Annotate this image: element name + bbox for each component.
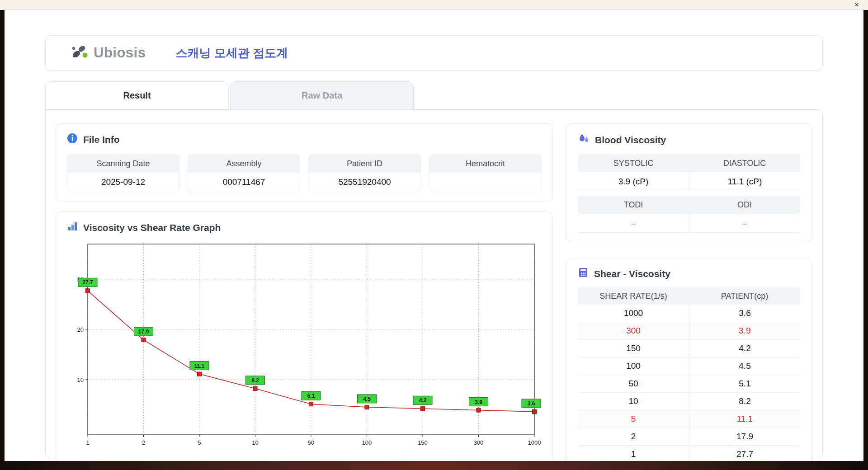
patient-viscosity-cell: 17.9 xyxy=(689,428,800,445)
svg-text:50: 50 xyxy=(308,439,314,446)
shear-rate-cell: 1000 xyxy=(578,305,689,322)
bv-value-row: 3.9 (cP) 11.1 (cP) xyxy=(578,172,800,191)
svg-text:27.7: 27.7 xyxy=(82,279,93,286)
bv-group: TODI ODI – – xyxy=(578,196,800,233)
shear-rate-cell: 150 xyxy=(578,340,689,357)
patient-viscosity-cell: 3.6 xyxy=(689,305,800,322)
tab-result[interactable]: Result xyxy=(45,81,229,109)
brand-logo: Ubiosis xyxy=(70,43,146,63)
patient-viscosity-cell: 4.2 xyxy=(689,340,800,357)
blood-viscosity-title-row: Blood Viscosity xyxy=(578,133,800,147)
bv-group: SYSTOLIC DIASTOLIC 3.9 (cP) 11.1 (cP) xyxy=(578,154,800,191)
shear-row: 100 4.5 xyxy=(578,357,800,375)
col-shear-rate: SHEAR RATE(1/s) xyxy=(578,287,689,305)
svg-text:3.9: 3.9 xyxy=(475,399,482,405)
shear-row: 1000 3.6 xyxy=(578,305,800,322)
svg-text:4.5: 4.5 xyxy=(363,396,371,402)
shear-viscosity-card: Shear - Viscosity SHEAR RATE(1/s) PATIEN… xyxy=(566,258,811,461)
field-value: 52551920400 xyxy=(309,173,420,192)
brand-name: Ubiosis xyxy=(94,45,146,61)
svg-text:150: 150 xyxy=(418,439,428,446)
file-info-field: Hematocrit xyxy=(429,154,542,192)
ubiosis-logo-icon xyxy=(70,43,90,63)
plot-area: 1251050100150300100010203027.717.911.18.… xyxy=(67,239,542,453)
field-label: Patient ID xyxy=(309,155,420,173)
info-icon xyxy=(67,133,78,146)
bv-value-cell: 3.9 (cP) xyxy=(578,172,689,191)
svg-text:5: 5 xyxy=(198,439,201,446)
section-title: Viscosity vs Shear Rate Graph xyxy=(83,222,221,233)
file-info-fields: Scanning Date 2025-09-12 Assembly 000711… xyxy=(67,154,542,192)
bv-header-cell: SYSTOLIC xyxy=(578,154,689,172)
section-title: Shear - Viscosity xyxy=(594,268,670,279)
bv-grid: SYSTOLIC DIASTOLIC 3.9 (cP) 11.1 (cP) TO… xyxy=(578,154,800,233)
file-info-title-row: File Info xyxy=(67,133,542,146)
shear-row: 150 4.2 xyxy=(578,340,800,357)
field-value xyxy=(429,173,541,192)
header-card: Ubiosis 스캐닝 모세관 점도계 xyxy=(45,35,823,70)
tab-raw-data[interactable]: Raw Data xyxy=(230,81,414,109)
bv-value-cell: 11.1 (cP) xyxy=(689,172,800,191)
shear-tbody: 1000 3.6 300 3.9 150 4.2 100 4.5 50 5.1 … xyxy=(578,305,800,461)
shear-rate-cell: 300 xyxy=(578,322,689,339)
right-column: Blood Viscosity SYSTOLIC DIASTOLIC 3.9 (… xyxy=(566,123,811,453)
shear-table-header: SHEAR RATE(1/s) PATIENT(cp) xyxy=(578,287,800,305)
field-label: Hematocrit xyxy=(429,155,541,173)
field-label: Assembly xyxy=(188,155,300,173)
svg-text:11.1: 11.1 xyxy=(194,363,205,369)
blood-viscosity-card: Blood Viscosity SYSTOLIC DIASTOLIC 3.9 (… xyxy=(566,123,811,242)
bv-header-cell: DIASTOLIC xyxy=(689,154,800,172)
close-icon[interactable]: × xyxy=(853,0,861,10)
window-titlebar: × xyxy=(0,0,868,10)
tab-bar: Result Raw Data xyxy=(45,81,823,109)
svg-text:10: 10 xyxy=(252,439,258,446)
svg-text:5.1: 5.1 xyxy=(307,393,315,399)
bv-value-cell: – xyxy=(689,214,800,233)
bv-header-cell: TODI xyxy=(578,196,689,214)
col-patient: PATIENT(cp) xyxy=(689,287,800,305)
bv-value-cell: – xyxy=(578,214,689,233)
shear-rate-cell: 1 xyxy=(578,446,689,461)
section-title: Blood Viscosity xyxy=(595,135,666,146)
app-title: 스캐닝 모세관 점도계 xyxy=(175,45,288,61)
shear-rate-cell: 5 xyxy=(578,410,689,428)
app-window: Ubiosis 스캐닝 모세관 점도계 Result Raw Data xyxy=(5,10,863,461)
shear-row: 10 8.2 xyxy=(578,393,800,410)
left-column: File Info Scanning Date 2025-09-12 Assem… xyxy=(56,123,553,453)
bar-chart-icon xyxy=(67,221,78,234)
page: Ubiosis 스캐닝 모세관 점도계 Result Raw Data xyxy=(5,10,863,461)
bv-header-row: TODI ODI xyxy=(578,196,800,214)
file-info-field: Assembly 000711467 xyxy=(188,154,300,192)
patient-viscosity-cell: 3.9 xyxy=(689,322,800,339)
shear-rate-cell: 2 xyxy=(578,428,689,445)
shear-rate-cell: 10 xyxy=(578,393,689,410)
shear-row: 1 27.7 xyxy=(578,446,800,461)
shear-table: SHEAR RATE(1/s) PATIENT(cp) 1000 3.6 300… xyxy=(578,287,800,461)
svg-text:8.2: 8.2 xyxy=(251,377,259,384)
patient-viscosity-cell: 4.5 xyxy=(689,357,800,375)
bv-header-row: SYSTOLIC DIASTOLIC xyxy=(578,154,800,172)
svg-text:2: 2 xyxy=(142,439,145,446)
section-title: File Info xyxy=(83,134,120,145)
shear-viscosity-title-row: Shear - Viscosity xyxy=(578,267,800,280)
svg-text:1000: 1000 xyxy=(528,439,541,446)
shear-row: 5 11.1 xyxy=(578,410,800,428)
svg-text:4.2: 4.2 xyxy=(419,397,427,404)
patient-viscosity-cell: 8.2 xyxy=(689,393,800,410)
result-panel: File Info Scanning Date 2025-09-12 Assem… xyxy=(45,109,823,458)
field-label: Scanning Date xyxy=(67,155,179,173)
svg-text:1: 1 xyxy=(86,439,89,446)
patient-viscosity-cell: 5.1 xyxy=(689,375,800,392)
file-info-field: Patient ID 52551920400 xyxy=(308,154,421,192)
file-info-card: File Info Scanning Date 2025-09-12 Assem… xyxy=(56,123,553,202)
file-info-field: Scanning Date 2025-09-12 xyxy=(67,154,179,192)
viscosity-shear-chart: 1251050100150300100010203027.717.911.18.… xyxy=(67,239,542,451)
shear-rate-cell: 100 xyxy=(578,357,689,375)
svg-text:100: 100 xyxy=(362,439,372,446)
calculator-icon xyxy=(578,267,589,280)
field-value: 000711467 xyxy=(188,173,300,192)
graph-title-row: Viscosity vs Shear Rate Graph xyxy=(67,221,542,234)
svg-text:3.6: 3.6 xyxy=(528,400,535,407)
svg-text:10: 10 xyxy=(77,376,84,383)
droplet-icon xyxy=(578,133,590,147)
